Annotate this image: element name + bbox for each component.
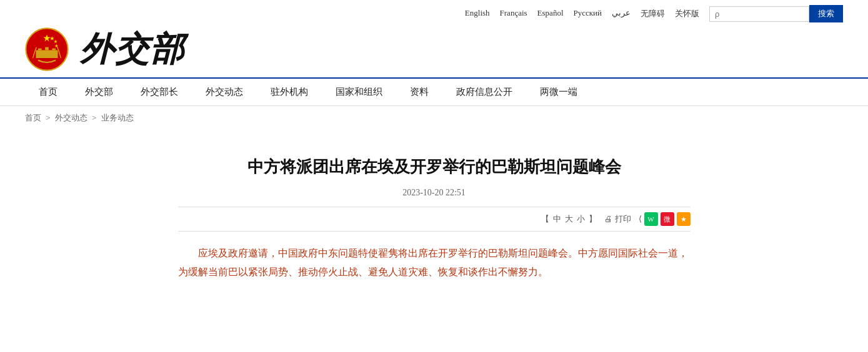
lang-accessible[interactable]: 无障碍 xyxy=(641,8,665,19)
article-body-text: 应埃及政府邀请，中国政府中东问题特使翟隽将出席在开罗举行的巴勒斯坦问题峰会。中方… xyxy=(178,248,688,277)
share-icons: ⟨ W 微 ★ xyxy=(639,212,691,226)
font-size-medium[interactable]: 中 xyxy=(553,213,561,225)
svg-rect-1 xyxy=(36,50,58,58)
nav-govinfo[interactable]: 政府信息公开 xyxy=(442,79,526,105)
breadcrumb-home[interactable]: 首页 xyxy=(25,113,41,122)
svg-rect-4 xyxy=(52,49,56,51)
search-button[interactable]: 搜索 xyxy=(809,5,843,22)
print-label: 打印 xyxy=(615,213,631,225)
breadcrumb: 首页 > 外交动态 > 业务动态 xyxy=(0,106,868,130)
printer-icon: 🖨 xyxy=(604,214,612,224)
nav-home[interactable]: 首页 xyxy=(25,79,71,105)
article-tools: 【 中 大 小 】 🖨 打印 ⟨ W 微 ★ xyxy=(178,207,691,232)
nav-missions[interactable]: 驻外机构 xyxy=(257,79,322,105)
article-date: 2023-10-20 22:51 xyxy=(178,188,691,198)
lang-russian[interactable]: Русский xyxy=(574,8,602,19)
lang-french[interactable]: Français xyxy=(500,8,527,19)
bracket-right: 】 xyxy=(589,213,597,225)
print-button[interactable]: 🖨 打印 xyxy=(604,213,631,225)
nav-bar: 首页 外交部 外交部长 外交动态 驻外机构 国家和组织 资料 政府信息公开 两微… xyxy=(0,77,868,106)
lang-spanish[interactable]: Español xyxy=(537,8,564,19)
lang-arabic[interactable]: عربي xyxy=(612,8,631,19)
site-title: 外交部 xyxy=(80,32,185,66)
search-input[interactable] xyxy=(709,6,809,22)
article-title: 中方将派团出席在埃及开罗举行的巴勒斯坦问题峰会 xyxy=(178,155,691,179)
breadcrumb-business[interactable]: 业务动态 xyxy=(101,113,134,122)
favorites-share-icon[interactable]: ★ xyxy=(677,212,691,226)
nav-diplomacy[interactable]: 外交动态 xyxy=(192,79,257,105)
font-size-large[interactable]: 大 xyxy=(565,213,573,225)
logo-area: 外交部 xyxy=(25,27,185,71)
share-icon: ⟨ xyxy=(639,214,642,224)
bracket-left: 【 xyxy=(541,213,549,225)
font-size-control: 【 中 大 小 】 xyxy=(541,213,597,225)
lang-care[interactable]: 关怀版 xyxy=(675,8,699,19)
language-links: English Français Español Русский عربي 无障… xyxy=(465,8,699,19)
svg-rect-3 xyxy=(45,47,49,51)
font-size-small[interactable]: 小 xyxy=(577,213,585,225)
main-content: 中方将派团出席在埃及开罗举行的巴勒斯坦问题峰会 2023-10-20 22:51… xyxy=(166,130,703,307)
article-body: 应埃及政府邀请，中国政府中东问题特使翟隽将出席在开罗举行的巴勒斯坦问题峰会。中方… xyxy=(178,244,691,282)
top-bar: English Français Español Русский عربي 无障… xyxy=(0,0,868,27)
nav-resources[interactable]: 资料 xyxy=(396,79,442,105)
national-emblem-icon xyxy=(25,27,69,71)
svg-rect-2 xyxy=(38,49,42,51)
breadcrumb-sep1: > xyxy=(46,113,52,122)
wechat-share-icon[interactable]: W xyxy=(644,212,658,226)
search-area: 搜索 xyxy=(709,5,843,22)
weibo-share-icon[interactable]: 微 xyxy=(661,212,674,226)
nav-minister[interactable]: 外交部长 xyxy=(127,79,192,105)
header: 外交部 xyxy=(0,27,868,77)
nav-social[interactable]: 两微一端 xyxy=(526,79,591,105)
lang-english[interactable]: English xyxy=(465,8,490,19)
nav-mfa[interactable]: 外交部 xyxy=(71,79,127,105)
nav-countries[interactable]: 国家和组织 xyxy=(322,79,396,105)
breadcrumb-diplomacy[interactable]: 外交动态 xyxy=(55,113,87,122)
breadcrumb-sep2: > xyxy=(92,113,99,122)
